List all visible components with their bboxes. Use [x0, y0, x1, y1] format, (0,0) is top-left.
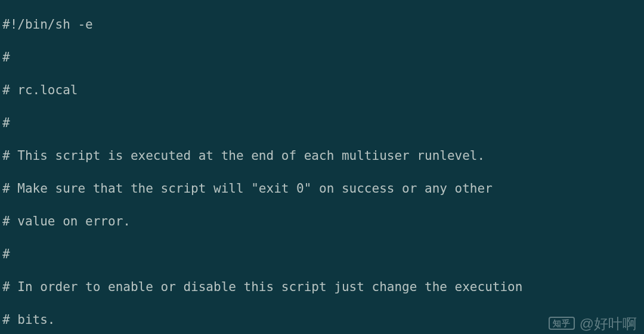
comment-line: # value on error. — [2, 214, 131, 228]
watermark-text: @好叶啊 — [580, 316, 637, 332]
terminal-editor[interactable]: #!/bin/sh -e # # rc.local # # This scrip… — [0, 0, 644, 334]
comment-line: #!/bin/sh -e — [2, 17, 93, 32]
comment-line: # — [2, 247, 10, 261]
comment-line: # This script is executed at the end of … — [2, 149, 485, 163]
comment-line: # In order to enable or disable this scr… — [2, 280, 522, 294]
comment-line: # — [2, 50, 10, 64]
zhihu-logo-icon: 知乎 — [549, 317, 575, 330]
comment-line: # Make sure that the script will "exit 0… — [2, 181, 493, 196]
comment-line: # rc.local — [2, 83, 78, 97]
comment-line: # — [2, 116, 10, 130]
comment-line: # bits. — [2, 313, 55, 327]
watermark: 知乎 @好叶啊 — [549, 316, 637, 332]
